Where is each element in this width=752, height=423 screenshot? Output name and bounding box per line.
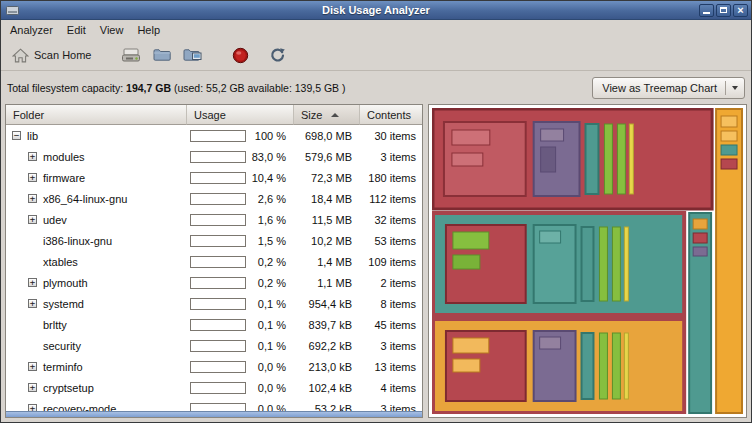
table-row[interactable]: brltty 0,1 % 839,7 kB 45 items: [6, 314, 422, 335]
usage-percent: 0,1 %: [258, 298, 286, 310]
table-body: − lib 100 % 698,0 MB 30 items + modules …: [6, 125, 422, 417]
table-row[interactable]: + firmware 10,4 % 72,3 MB 180 items: [6, 167, 422, 188]
contents-value: 53 items: [360, 230, 422, 251]
folder-name: brltty: [43, 319, 67, 331]
folder-name: systemd: [43, 298, 84, 310]
expander-toggle[interactable]: +: [28, 152, 37, 161]
maximize-icon: [720, 7, 727, 13]
folder-name: plymouth: [43, 277, 88, 289]
expander-toggle[interactable]: +: [28, 194, 37, 203]
expander-toggle[interactable]: +: [28, 278, 37, 287]
capacity-prefix: Total filesystem capacity:: [7, 82, 123, 94]
refresh-button[interactable]: [263, 44, 292, 66]
usage-bar: [190, 277, 246, 289]
minimize-icon: [703, 12, 710, 14]
contents-value: 8 items: [360, 293, 422, 314]
usage-percent: 0,1 %: [258, 340, 286, 352]
size-value: 1,4 MB: [294, 251, 360, 272]
usage-bar: [190, 172, 246, 184]
table-row[interactable]: + plymouth 0,2 % 1,1 MB 2 items: [6, 272, 422, 293]
column-header-contents[interactable]: Contents: [360, 105, 422, 125]
folder-name: lib: [27, 130, 38, 142]
table-row[interactable]: − lib 100 % 698,0 MB 30 items: [6, 125, 422, 146]
size-value: 10,2 MB: [294, 230, 360, 251]
maximize-button[interactable]: [716, 4, 731, 17]
table-row[interactable]: + terminfo 0,0 % 213,0 kB 13 items: [6, 356, 422, 377]
titlebar[interactable]: Disk Usage Analyzer ×: [1, 1, 751, 20]
size-value: 213,0 kB: [294, 356, 360, 377]
disk-usage-analyzer-window: Disk Usage Analyzer × Analyzer Edit View…: [0, 0, 752, 423]
menubar: Analyzer Edit View Help: [1, 20, 751, 40]
expander-toggle[interactable]: +: [28, 362, 37, 371]
column-header-size[interactable]: Size: [294, 105, 360, 125]
size-value: 11,5 MB: [294, 209, 360, 230]
column-header-usage[interactable]: Usage: [187, 105, 294, 125]
horizontal-scrollbar[interactable]: [6, 411, 422, 417]
scan-home-label: Scan Home: [34, 49, 91, 61]
usage-percent: 0,0 %: [258, 382, 286, 394]
table-row[interactable]: + modules 83,0 % 579,6 MB 3 items: [6, 146, 422, 167]
window-title: Disk Usage Analyzer: [1, 4, 751, 16]
menu-help[interactable]: Help: [130, 20, 167, 40]
expander-toggle[interactable]: +: [28, 299, 37, 308]
usage-percent: 0,2 %: [258, 256, 286, 268]
size-value: 72,3 MB: [294, 167, 360, 188]
folder-name: udev: [43, 214, 67, 226]
capacity-value: 194,7 GB: [126, 82, 171, 94]
folder-name: x86_64-linux-gnu: [43, 193, 127, 205]
usage-bar: [190, 193, 246, 205]
contents-value: 30 items: [360, 125, 422, 146]
expander-toggle[interactable]: +: [28, 173, 37, 182]
table-row[interactable]: security 0,1 % 692,2 kB 3 items: [6, 335, 422, 356]
table-row[interactable]: xtables 0,2 % 1,4 MB 109 items: [6, 251, 422, 272]
view-mode-value: View as Treemap Chart: [602, 82, 717, 94]
size-value: 1,1 MB: [294, 272, 360, 293]
contents-value: 109 items: [360, 251, 422, 272]
table-row[interactable]: i386-linux-gnu 1,5 % 10,2 MB 53 items: [6, 230, 422, 251]
scan-home-button[interactable]: Scan Home: [6, 45, 97, 66]
table-row[interactable]: + x86_64-linux-gnu 2,6 % 18,4 MB 112 ite…: [6, 188, 422, 209]
minimize-button[interactable]: [699, 4, 714, 17]
capacity-detail: (used: 55,2 GB available: 139,5 GB ): [174, 82, 346, 94]
folder-name: modules: [43, 151, 85, 163]
scan-filesystem-button[interactable]: [115, 44, 147, 66]
main-content: Folder Usage Size Contents − lib 100 % 6…: [5, 104, 747, 418]
size-value: 839,7 kB: [294, 314, 360, 335]
menu-edit[interactable]: Edit: [60, 20, 93, 40]
usage-bar: [190, 361, 246, 373]
usage-percent: 0,2 %: [258, 277, 286, 289]
treemap-svg[interactable]: [432, 108, 743, 414]
table-row[interactable]: + udev 1,6 % 11,5 MB 32 items: [6, 209, 422, 230]
scan-folder-button[interactable]: [147, 45, 177, 65]
column-header-folder[interactable]: Folder: [6, 105, 187, 125]
refresh-icon: [269, 47, 286, 63]
contents-value: 2 items: [360, 272, 422, 293]
scan-remote-folder-button[interactable]: [177, 45, 208, 66]
usage-percent: 0,1 %: [258, 319, 286, 331]
folder-name: firmware: [43, 172, 85, 184]
expander-toggle[interactable]: +: [28, 383, 37, 392]
expander-toggle[interactable]: −: [12, 131, 21, 140]
usage-percent: 2,6 %: [258, 193, 286, 205]
app-icon: [6, 5, 19, 16]
usage-bar: [190, 130, 246, 142]
menu-analyzer[interactable]: Analyzer: [3, 20, 60, 40]
size-value: 692,2 kB: [294, 335, 360, 356]
chevron-down-icon: [725, 81, 738, 95]
stop-button[interactable]: [226, 44, 255, 67]
table-row[interactable]: + systemd 0,1 % 954,4 kB 8 items: [6, 293, 422, 314]
column-label-folder: Folder: [13, 109, 44, 121]
contents-value: 3 items: [360, 146, 422, 167]
usage-percent: 10,4 %: [252, 172, 286, 184]
table-row[interactable]: + cryptsetup 0,0 % 102,4 kB 4 items: [6, 377, 422, 398]
contents-value: 112 items: [360, 188, 422, 209]
usage-percent: 1,5 %: [258, 235, 286, 247]
view-mode-dropdown[interactable]: View as Treemap Chart: [592, 77, 745, 99]
menu-view[interactable]: View: [93, 20, 131, 40]
folder-name: cryptsetup: [43, 382, 94, 394]
usage-bar: [190, 382, 246, 394]
column-label-contents: Contents: [367, 109, 411, 121]
expander-toggle[interactable]: +: [28, 215, 37, 224]
close-button[interactable]: ×: [733, 4, 748, 17]
folder-name: security: [43, 340, 81, 352]
